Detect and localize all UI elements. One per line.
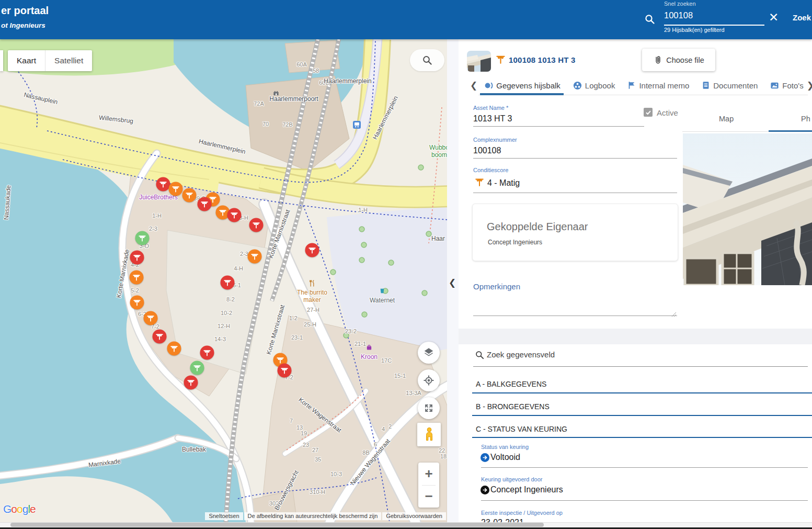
house-number: 8-2: [226, 296, 235, 302]
map-type-switch: Kaart Satelliet: [8, 50, 92, 71]
hijsbalk-marker-red[interactable]: [305, 243, 319, 257]
hijsbalk-marker-red[interactable]: [153, 330, 167, 344]
layers-button[interactable]: [418, 342, 440, 364]
conditiescore-value[interactable]: 4 - Matig: [487, 178, 520, 188]
field-search-underline: [473, 366, 808, 367]
field-search-icon: [475, 350, 485, 362]
tab-logbook[interactable]: Logbook: [573, 81, 615, 91]
tab-fotos[interactable]: Foto's: [770, 81, 803, 91]
hijsbalk-marker-orange[interactable]: [144, 311, 158, 325]
map-type-satelliet[interactable]: Satelliet: [45, 50, 92, 71]
horizontal-scrollbar-thumb[interactable]: [10, 523, 544, 527]
hijsbalk-marker-green[interactable]: [135, 231, 150, 245]
map-type-kaart[interactable]: Kaart: [8, 50, 45, 71]
subtab-map[interactable]: Map: [719, 115, 734, 123]
keuring-door-value: Concept Ingenieurs: [490, 485, 563, 494]
zoom-in-button[interactable]: +: [418, 463, 439, 485]
choose-file-button[interactable]: Choose file: [642, 49, 715, 71]
section-balkgegevens[interactable]: A - BALKGEGEVENS: [476, 380, 546, 388]
asset-name-label: Asset Name *: [473, 105, 508, 111]
section-status-keuring[interactable]: C - STATUS VAN KEURING: [476, 425, 567, 433]
map-search-button[interactable]: [410, 49, 444, 71]
hijsbalk-marker-orange[interactable]: [130, 296, 144, 310]
house-number: 21-1: [354, 341, 366, 347]
poi-label[interactable]: The burritomaker: [297, 289, 327, 303]
bag-poi-icon: [366, 343, 373, 353]
poi-label[interactable]: Bullebak: [182, 446, 206, 453]
asset-photo[interactable]: [683, 133, 812, 285]
asset-thumbnail[interactable]: [467, 51, 491, 72]
poi-label[interactable]: Kroon: [361, 353, 378, 361]
hijsbalk-marker-red[interactable]: [227, 208, 242, 222]
tab-gegevens-hijsbalk[interactable]: Gegevens hijsbalk: [484, 81, 561, 91]
hijsbalk-marker-red[interactable]: [221, 276, 235, 290]
house-number: 10-2: [221, 310, 232, 316]
map-canvas[interactable]: NassaupleinWillemsbrugHaarlemmerpleinHaa…: [0, 39, 447, 522]
terms-link[interactable]: Gebruiksvoorwaarden: [382, 512, 446, 520]
shortcuts-link[interactable]: Sneltoetsen: [205, 512, 243, 520]
my-location-button[interactable]: [418, 369, 440, 391]
hijsbalk-marker-orange[interactable]: [182, 188, 197, 202]
eerste-inspectie-label: Eerste inspectie / Uitgevoerd op: [481, 510, 563, 516]
bus-stop-icon[interactable]: [353, 121, 361, 131]
resize-handle[interactable]: [671, 310, 677, 315]
cut-button-sliver[interactable]: [0, 50, 3, 71]
quick-search-input[interactable]: [664, 10, 763, 20]
asset-name-value[interactable]: 1013 HT 3: [473, 114, 512, 123]
tabs-scroll-left-chevron[interactable]: ❮: [467, 80, 481, 91]
clear-search-icon[interactable]: ✕: [769, 10, 779, 25]
google-logo[interactable]: Google: [3, 503, 36, 515]
house-number: 72A: [254, 100, 264, 107]
hijsbalk-marker-red[interactable]: [184, 376, 198, 390]
eerste-inspectie-value[interactable]: 23-02-2021: [481, 518, 524, 522]
hijsbalk-marker-red[interactable]: [249, 218, 264, 232]
zoom-out-button[interactable]: −: [418, 486, 439, 508]
search-button[interactable]: Zoek: [793, 13, 811, 22]
poi-label[interactable]: Haarlemmerpoort: [269, 95, 318, 103]
complexnummer-value[interactable]: 100108: [473, 146, 501, 155]
house-number: 23-1: [291, 334, 303, 341]
tab-documenten[interactable]: Documenten: [701, 81, 758, 90]
poi-label[interactable]: Wubboboom: [429, 144, 447, 159]
tab-internal-memo[interactable]: Internal memo: [627, 81, 689, 90]
hijsbalk-marker-orange[interactable]: [169, 182, 183, 196]
poi-label[interactable]: Waternet: [370, 297, 395, 304]
house-number: 310-H: [310, 489, 325, 495]
hijsbalk-marker-red[interactable]: [198, 197, 212, 211]
house-number: 13-3A: [406, 390, 421, 396]
keuring-door-label: Keuring uitgevoerd door: [481, 476, 542, 482]
hijsbalk-marker-red[interactable]: [278, 364, 292, 378]
hijsbalk-marker-red[interactable]: [200, 346, 214, 360]
pegman-button[interactable]: [417, 423, 441, 446]
tabs-scroll-right-chevron[interactable]: ❯: [804, 80, 812, 91]
map-attribution: Sneltoetsen De afbeelding kan auteursrec…: [204, 512, 446, 520]
conditiescore-label: Conditiescore: [473, 167, 508, 173]
field-search-input[interactable]: Zoek gegevensveld: [487, 350, 555, 359]
keuring-door-row[interactable]: Concept Ingenieurs: [481, 485, 563, 494]
owner-card-title: Gekoppelde Eigenaar: [487, 221, 588, 233]
subtab-photo[interactable]: Ph: [801, 115, 810, 123]
photo-icon: [770, 81, 780, 91]
house-number: 4: [382, 426, 385, 432]
hijsbalk-marker-red[interactable]: [156, 177, 170, 192]
hijsbalk-icon: [495, 54, 506, 67]
collapse-panel-chevron[interactable]: ❮: [449, 277, 456, 288]
house-number: 2: [388, 423, 392, 430]
hijsbalk-marker-orange[interactable]: [248, 250, 262, 264]
house-number: 19: [301, 430, 307, 436]
status-arrow-icon: [481, 453, 489, 462]
paperclip-icon: [653, 55, 662, 65]
fullscreen-button[interactable]: [418, 397, 440, 419]
section-brongegevens[interactable]: B - BRONGEGEVENS: [476, 402, 550, 411]
app-header: er portaal ot Ingenieurs Snel zoeken 29 …: [0, 0, 812, 39]
hijsbalk-marker-orange[interactable]: [130, 271, 144, 285]
hijsbalk-marker-red[interactable]: [130, 251, 144, 265]
house-number: 1-H: [358, 207, 368, 213]
active-checkbox[interactable]: [644, 108, 653, 117]
hijsbalk-marker-green[interactable]: [190, 361, 204, 375]
house-number: 72B: [282, 121, 293, 128]
house-number: 7: [290, 418, 293, 424]
status-keuring-row[interactable]: Voltooid: [481, 453, 520, 462]
opmerkingen-textarea[interactable]: [473, 292, 677, 316]
hijsbalk-marker-orange[interactable]: [167, 342, 181, 356]
